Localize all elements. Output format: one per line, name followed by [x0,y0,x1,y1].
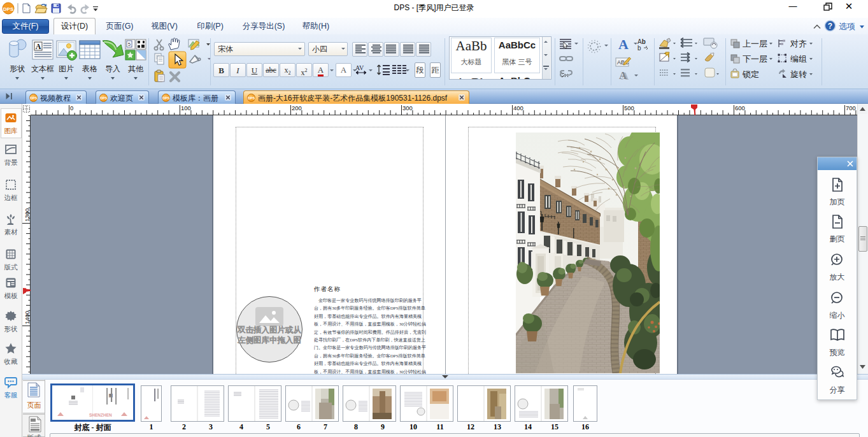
svg-text:200: 200 [292,104,302,111]
svg-text:500: 500 [624,104,634,111]
svg-text:对齐: 对齐 [790,39,807,48]
svg-text:A: A [618,37,629,51]
svg-text:A: A [619,69,627,82]
svg-text:1300: 1300 [24,208,31,222]
svg-text:b: b [637,45,641,51]
svg-text:编组: 编组 [790,54,807,64]
svg-text:下一层: 下一层 [743,54,767,64]
svg-text:SHENZHEN: SHENZHEN [89,413,112,417]
svg-text:AV: AV [355,64,364,71]
svg-text:上一层: 上一层 [743,39,767,48]
svg-text:锁定: 锁定 [742,69,759,79]
svg-text:1400: 1400 [24,311,31,324]
svg-text:0: 0 [70,104,73,111]
svg-text:旋转: 旋转 [790,69,807,79]
svg-text:A: A [36,42,41,51]
svg-text:5: 5 [128,41,131,47]
svg-text:400: 400 [513,104,523,111]
svg-text:300: 300 [402,104,413,111]
svg-text:100: 100 [181,104,191,111]
svg-text:600: 600 [735,104,745,111]
svg-text:700: 700 [846,104,856,111]
